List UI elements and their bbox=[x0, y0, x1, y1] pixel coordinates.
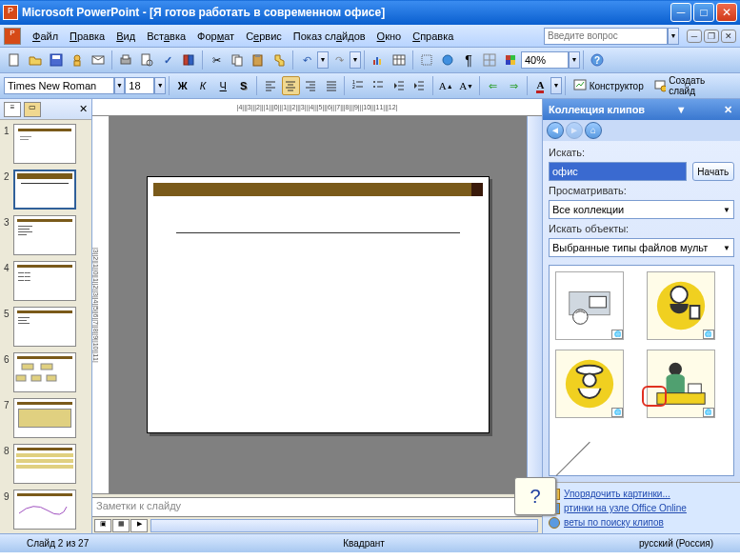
horizontal-ruler[interactable]: |4|||3|||2|||1|||0|||1|||2|||3|||4|||5||… bbox=[92, 99, 542, 116]
slide-canvas[interactable] bbox=[110, 116, 527, 493]
ask-dropdown[interactable]: ▼ bbox=[668, 28, 679, 45]
undo-button[interactable]: ↶ bbox=[297, 50, 316, 70]
spellcheck-button[interactable]: ✓ bbox=[158, 50, 177, 70]
doc-minimize-button[interactable]: ─ bbox=[687, 30, 702, 43]
promote-button[interactable]: ⇐ bbox=[484, 76, 502, 95]
increase-font-button[interactable]: A▲ bbox=[437, 76, 455, 95]
menu-slideshow[interactable]: Показ слайдов bbox=[288, 29, 371, 44]
new-button[interactable] bbox=[5, 50, 24, 70]
shadow-button[interactable]: S bbox=[234, 76, 252, 95]
panel-close-icon[interactable]: ✕ bbox=[79, 103, 88, 115]
slide-thumb-6[interactable]: 6 bbox=[4, 352, 88, 392]
font-size-dropdown[interactable]: ▼ bbox=[154, 77, 166, 94]
help-callout[interactable]: ? bbox=[514, 477, 556, 515]
types-combo[interactable]: Выбранные типы файлов мульт▼ bbox=[549, 238, 734, 257]
clip-result-3[interactable]: 🌐 bbox=[555, 350, 624, 418]
copy-button[interactable] bbox=[228, 50, 247, 70]
decrease-font-button[interactable]: A▼ bbox=[457, 76, 475, 95]
italic-button[interactable]: К bbox=[193, 76, 211, 95]
tips-link[interactable]: веты по поиску клипов bbox=[564, 515, 664, 530]
slide-thumb-5[interactable]: 5▬▬▬▬▬▬▬▬▬▬▬ bbox=[4, 307, 88, 347]
vertical-ruler[interactable]: |3||2||1||0||1||2||3||4||5||6||7||8||9||… bbox=[92, 116, 110, 493]
doc-close-button[interactable]: ✕ bbox=[721, 30, 736, 43]
current-slide[interactable] bbox=[147, 176, 490, 433]
underline-button[interactable]: Ч bbox=[214, 76, 232, 95]
redo-button[interactable]: ↷ bbox=[330, 50, 349, 70]
slides-tab-icon[interactable]: ▭ bbox=[24, 102, 41, 117]
format-painter-button[interactable] bbox=[270, 50, 289, 70]
clip-result-4[interactable]: 🌐 bbox=[647, 350, 715, 418]
font-color-dropdown[interactable]: ▼ bbox=[550, 77, 562, 94]
zoom-select[interactable]: 40% bbox=[521, 51, 569, 69]
demote-button[interactable]: ⇒ bbox=[505, 76, 523, 95]
align-center-button[interactable] bbox=[282, 76, 300, 95]
normal-view-button[interactable]: ▣ bbox=[94, 519, 111, 532]
tables-borders-button[interactable] bbox=[417, 50, 436, 70]
undo-dropdown[interactable]: ▼ bbox=[317, 51, 329, 69]
sorter-view-button[interactable]: ▦ bbox=[112, 519, 130, 532]
search-go-button[interactable]: Начать bbox=[692, 162, 734, 181]
browse-combo[interactable]: Все коллекции▼ bbox=[549, 200, 734, 219]
outline-tab-icon[interactable]: ≡ bbox=[4, 102, 21, 117]
print-preview-button[interactable] bbox=[137, 50, 156, 70]
distribute-button[interactable] bbox=[322, 76, 340, 95]
insert-hyperlink-button[interactable] bbox=[438, 50, 457, 70]
clip-result-2[interactable]: 🌐 bbox=[647, 271, 715, 340]
redo-dropdown[interactable]: ▼ bbox=[350, 51, 361, 69]
vertical-scrollbar[interactable] bbox=[527, 116, 542, 493]
menu-format[interactable]: Формат bbox=[191, 29, 240, 44]
nav-back-button[interactable]: ◄ bbox=[547, 122, 564, 139]
slide-design-button[interactable]: Конструктор bbox=[569, 76, 649, 95]
online-link[interactable]: ртинки на узле Office Online bbox=[564, 501, 687, 515]
menu-view[interactable]: Вид bbox=[110, 29, 141, 44]
slide-thumb-9[interactable]: 9 bbox=[4, 490, 88, 530]
slide-thumb-1[interactable]: 1▬▬▬▬▬▬▬ bbox=[4, 124, 88, 164]
insert-table-button[interactable] bbox=[390, 50, 409, 70]
new-slide-button[interactable]: Создать слайд bbox=[649, 76, 736, 95]
slideshow-view-button[interactable]: ▶ bbox=[130, 519, 148, 532]
cut-button[interactable]: ✂ bbox=[207, 50, 226, 70]
font-color-button[interactable]: A bbox=[531, 76, 550, 95]
menu-edit[interactable]: Правка bbox=[64, 29, 110, 44]
status-language[interactable]: русский (Россия) bbox=[620, 538, 732, 549]
show-grid-button[interactable] bbox=[480, 50, 499, 70]
font-select[interactable]: Times New Roman bbox=[4, 77, 114, 94]
menu-tools[interactable]: Сервис bbox=[240, 29, 288, 44]
align-right-button[interactable] bbox=[302, 76, 320, 95]
paste-button[interactable] bbox=[249, 50, 268, 70]
app-menu-icon[interactable]: P bbox=[4, 28, 21, 45]
color-button[interactable] bbox=[501, 50, 520, 70]
zoom-dropdown[interactable]: ▼ bbox=[569, 51, 580, 69]
permission-button[interactable] bbox=[68, 50, 87, 70]
save-button[interactable] bbox=[47, 50, 66, 70]
slide-thumb-4[interactable]: 4▬▬ ▬▬▬▬ ▬▬▬▬ ▬▬ bbox=[4, 261, 88, 301]
notes-pane[interactable]: Заметки к слайду bbox=[92, 497, 542, 516]
horizontal-scrollbar[interactable] bbox=[150, 519, 538, 532]
clip-result-1[interactable]: 🌐 bbox=[555, 271, 624, 340]
slide-thumb-8[interactable]: 8 bbox=[4, 444, 88, 484]
research-button[interactable] bbox=[179, 50, 198, 70]
menu-file[interactable]: Файл bbox=[27, 29, 64, 44]
font-size-select[interactable]: 18 bbox=[125, 77, 154, 94]
decrease-indent-button[interactable] bbox=[390, 76, 408, 95]
bold-button[interactable]: Ж bbox=[173, 76, 191, 95]
nav-forward-button[interactable]: ► bbox=[566, 122, 583, 139]
ask-question-input[interactable] bbox=[544, 28, 668, 45]
close-button[interactable]: ✕ bbox=[716, 3, 737, 22]
slide-thumb-7[interactable]: 7 bbox=[4, 398, 88, 438]
align-left-button[interactable] bbox=[261, 76, 279, 95]
menu-insert[interactable]: Вставка bbox=[141, 29, 191, 44]
slide-thumb-3[interactable]: 3▬▬▬▬▬▬▬▬▬▬▬▬▬▬▬▬▬ bbox=[4, 215, 88, 255]
organize-link[interactable]: Упорядочить картинки... bbox=[564, 487, 670, 501]
open-button[interactable] bbox=[26, 50, 45, 70]
bullets-button[interactable] bbox=[370, 76, 388, 95]
slide-thumb-2[interactable]: 2 bbox=[4, 170, 88, 210]
increase-indent-button[interactable] bbox=[410, 76, 428, 95]
maximize-button[interactable]: □ bbox=[693, 3, 714, 22]
email-button[interactable] bbox=[89, 50, 108, 70]
print-button[interactable] bbox=[116, 50, 135, 70]
insert-chart-button[interactable] bbox=[369, 50, 388, 70]
expand-all-button[interactable]: ¶ bbox=[459, 50, 478, 70]
menu-help[interactable]: Справка bbox=[407, 29, 459, 44]
numbering-button[interactable]: 12 bbox=[349, 76, 367, 95]
